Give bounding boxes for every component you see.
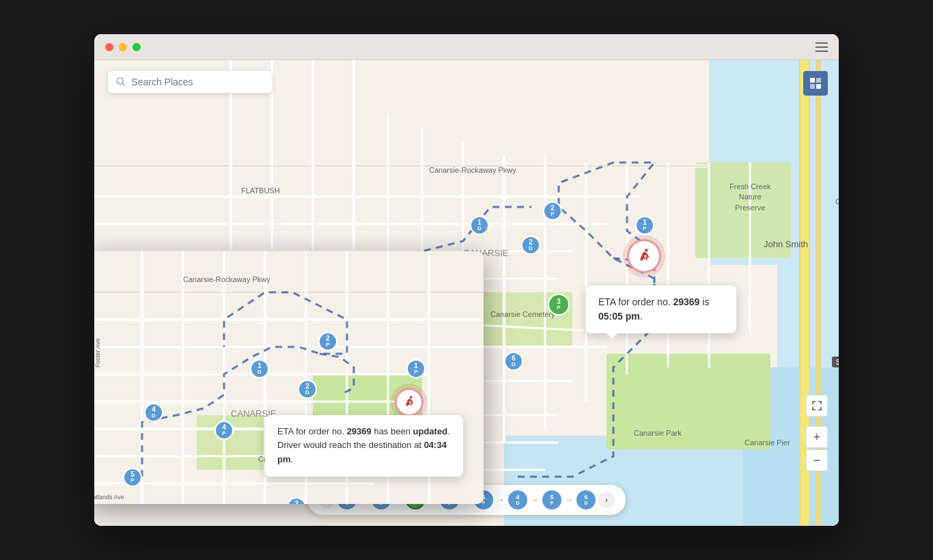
search-input[interactable] bbox=[131, 76, 264, 87]
notify-tooltip-text: ETA for order no. 29369 has been updated… bbox=[277, 425, 451, 467]
popup-stop-4d: 4D bbox=[144, 403, 163, 422]
svg-point-45 bbox=[645, 249, 647, 251]
browser-titlebar bbox=[94, 34, 839, 60]
price-label-1: $129 bbox=[832, 356, 839, 367]
svg-rect-43 bbox=[810, 84, 815, 89]
runner-icon bbox=[635, 247, 653, 265]
hamburger-menu-icon[interactable] bbox=[816, 42, 828, 52]
map-container: CANARSIE FLATBUSH Fresh CreekNaturePrese… bbox=[94, 60, 839, 526]
fullscreen-button[interactable] bbox=[806, 395, 828, 417]
stop-2d: 2D bbox=[521, 236, 540, 255]
map-label-canarsie-park: Canarsie Park bbox=[634, 429, 682, 437]
traffic-lights bbox=[105, 43, 141, 51]
popup-stop-4p: 4P bbox=[214, 421, 234, 440]
stop-3p-green: 3P bbox=[548, 294, 570, 316]
popup-label-rockaway: Canarsie-Rockaway Pkwy bbox=[183, 275, 270, 283]
traffic-light-red[interactable] bbox=[105, 43, 113, 51]
route-arrow-5: → bbox=[496, 495, 505, 505]
map-label-fresh-creek: Fresh CreekNaturePreserve bbox=[729, 182, 771, 213]
map-label-rockaway-pkwy: Canarsie-Rockaway Pkwy bbox=[429, 166, 516, 174]
route-arrow-6: → bbox=[530, 495, 540, 505]
eta-tooltip-main: ETA for order no. 29369 is 05:05 pm. bbox=[586, 285, 736, 333]
search-icon bbox=[116, 76, 126, 87]
route-stop-4d: 4D bbox=[508, 490, 527, 509]
zoom-out-button[interactable]: − bbox=[806, 449, 828, 471]
map-label-john-smith: John Smith bbox=[764, 239, 808, 249]
popup-stop-5p: 5P bbox=[123, 468, 142, 487]
popup-stop-2p: 2P bbox=[318, 332, 337, 351]
runner-marker bbox=[627, 239, 661, 273]
route-arrow-7: → bbox=[564, 495, 574, 505]
popup-map: Canarsie-Rockaway Pkwy CANARSIE Canarsie… bbox=[94, 251, 484, 504]
traffic-light-yellow[interactable] bbox=[119, 43, 127, 51]
notify-tooltip: ETA for order no. 29369 has been updated… bbox=[265, 415, 463, 477]
popup-stop-1d: 1D bbox=[250, 359, 269, 378]
svg-line-40 bbox=[122, 83, 124, 85]
stop-1p: 1P bbox=[635, 216, 654, 235]
svg-rect-42 bbox=[816, 78, 821, 83]
zoom-controls: + − bbox=[806, 426, 828, 471]
stop-6d: 6D bbox=[504, 352, 523, 371]
popup-window: Canarsie-Rockaway Pkwy CANARSIE Canarsie… bbox=[94, 251, 484, 504]
stop-2p: 2P bbox=[543, 201, 562, 221]
traffic-light-green[interactable] bbox=[133, 43, 141, 51]
route-stop-6d: 6D bbox=[576, 490, 596, 509]
popup-label-foster: Foster Ave bbox=[94, 326, 101, 367]
map-label-canarsie-pier: Canarsie Pier bbox=[744, 438, 790, 447]
zoom-in-button[interactable]: + bbox=[806, 426, 828, 448]
popup-runner-marker bbox=[395, 388, 423, 417]
browser-window: CANARSIE FLATBUSH Fresh CreekNaturePrese… bbox=[94, 34, 839, 526]
stop-1d: 1D bbox=[470, 216, 489, 235]
popup-label-flatlands: Flatlands Ave bbox=[94, 494, 124, 501]
map-style-button[interactable] bbox=[803, 71, 828, 96]
eta-tooltip-text: ETA for order no. 29369 is 05:05 pm. bbox=[598, 295, 724, 324]
search-bar[interactable] bbox=[108, 71, 272, 93]
map-label-canarsie-cemetery: Canarsie Cemetery bbox=[490, 310, 555, 318]
svg-rect-44 bbox=[816, 84, 821, 89]
route-stop-5p: 5P bbox=[542, 490, 561, 509]
map-label-flatbush: FLATBUSH bbox=[241, 186, 280, 195]
popup-runner-icon bbox=[402, 395, 417, 410]
map-label-starrett: StarrettCity Park bbox=[835, 186, 839, 208]
route-next-button[interactable]: › bbox=[598, 492, 615, 508]
svg-point-66 bbox=[410, 396, 413, 399]
popup-stop-2d: 2D bbox=[298, 380, 317, 399]
svg-rect-41 bbox=[810, 78, 815, 83]
svg-rect-5 bbox=[607, 354, 770, 449]
popup-stop-1p: 1P bbox=[406, 359, 426, 378]
